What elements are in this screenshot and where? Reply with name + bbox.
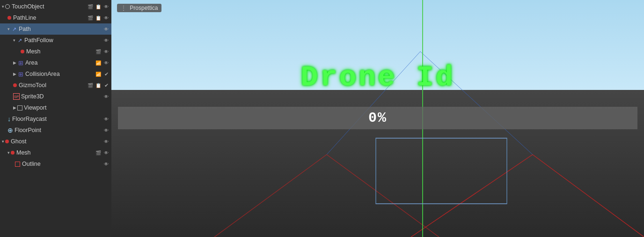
ray-icon: ↓ [7,115,11,123]
item-label: Sprite3D [21,93,102,100]
node-icon [5,140,9,143]
drone-id-label: Drone Id [300,61,455,94]
expand-arrow[interactable]: ▾ [7,27,10,31]
wifi-icon: 📶 [95,59,102,66]
item-label: CollisionArea [25,71,94,77]
scene-tree: ▾ TouchObject 🎬 📋 👁 PathLine 🎬 📋 👁 ▾ ↗ P… [0,0,111,237]
item-label: FloorRaycast [12,116,102,122]
grid-icon: ⊞ [17,71,24,77]
cam-icon: 🎬 [87,15,94,21]
tree-item-floor-raycast[interactable]: ↓ FloorRaycast 👁 [0,113,111,125]
eye-icon[interactable]: 👁 [103,93,110,100]
tree-item-gizmo-tool[interactable]: GizmoTool 🎬 📋 ✔ [0,80,111,91]
cam-icon: 🎬 [95,48,102,55]
box-icon [17,105,22,111]
expand-arrow[interactable]: ▾ [13,38,15,43]
chain-icon: ↗ [11,26,17,32]
item-label: GizmoTool [19,82,86,89]
expand-arrow[interactable]: ▶ [13,72,16,76]
list-icon: 📋 [95,3,102,10]
node-icon [13,83,17,87]
expand-arrow[interactable]: ▾ [2,139,4,144]
expand-arrow[interactable]: ▶ [13,60,16,65]
tree-item-touch-object[interactable]: ▾ TouchObject 🎬 📋 👁 [0,1,111,12]
eye-icon[interactable]: 👁 [103,26,110,32]
eye-icon[interactable]: 👁 [103,116,110,122]
tree-item-path-line[interactable]: PathLine 🎬 📋 👁 [0,12,111,23]
item-label: Mesh [16,149,94,156]
node-icon [21,50,24,53]
chevron-down-icon: ✔ [103,71,110,77]
node-icon [11,151,15,155]
eye-icon[interactable]: 👁 [103,138,110,145]
expand-arrow[interactable]: ▾ [7,150,10,155]
item-label: Mesh [26,48,94,55]
sprite-icon: SP [13,93,20,100]
eye-icon[interactable]: 👁 [103,127,110,133]
progress-text: 0% [368,110,387,126]
item-label: PathLine [13,15,86,21]
item-label: Ghost [11,138,102,145]
eye-icon[interactable]: 👁 [103,48,110,55]
cam-icon: 🎬 [87,82,94,89]
item-label: Path [19,26,102,32]
tree-item-floor-point[interactable]: ⊕ FloorPoint 👁 [0,125,111,136]
item-label: Viewport [24,104,110,111]
eye-icon[interactable]: 👁 [103,37,110,44]
chevron-down-icon: ✔ [103,82,110,89]
expand-arrow[interactable]: ▾ [2,4,4,9]
tree-item-collision-area[interactable]: ▶ ⊞ CollisionArea 📶 ✔ [0,68,111,80]
item-label: Outline [22,161,102,167]
list-icon: 📋 [95,15,102,21]
item-label: PathFollow [24,37,102,44]
tree-item-area[interactable]: ▶ ⊞ Area 📶 👁 [0,57,111,68]
outline-icon [15,162,20,167]
tree-item-outline[interactable]: Outline 👁 [0,158,111,170]
grid-icon: ⊞ [17,59,24,66]
anchor-icon: ⊕ [7,126,13,134]
tree-item-path-follow[interactable]: ▾ ↗ PathFollow 👁 [0,35,111,46]
item-label: Area [25,59,94,66]
perspective-label: Prospettica [117,4,161,12]
viewport-panel: Prospettica Drone Id 0% [111,0,644,237]
tree-item-sprite3d[interactable]: SP Sprite3D 👁 [0,91,111,102]
node-icon [5,4,10,9]
cam-icon: 🎬 [95,149,102,156]
eye-icon[interactable]: 👁 [103,161,110,167]
item-label: FloorPoint [15,127,102,133]
eye-icon[interactable]: 👁 [103,149,110,156]
tree-item-path[interactable]: ▾ ↗ Path 👁 [0,23,111,35]
list-icon: 📋 [95,82,102,89]
progress-bar: 0% [118,107,637,129]
eye-icon[interactable]: 👁 [103,59,110,66]
tree-item-viewport[interactable]: ▶ Viewport [0,102,111,113]
tree-item-ghost-mesh[interactable]: ▾ Mesh 🎬 👁 [0,147,111,158]
eye-icon[interactable]: 👁 [103,3,110,10]
expand-arrow[interactable]: ▶ [13,105,16,110]
eye-icon[interactable]: 👁 [103,15,110,21]
chain-icon: ↗ [16,37,23,44]
item-label: TouchObject [12,3,86,10]
tree-item-ghost[interactable]: ▾ Ghost 👁 [0,136,111,147]
tree-item-mesh[interactable]: Mesh 🎬 👁 [0,46,111,57]
wifi-icon: 📶 [95,71,102,77]
node-icon [7,16,11,20]
cam-icon: 🎬 [87,3,94,10]
